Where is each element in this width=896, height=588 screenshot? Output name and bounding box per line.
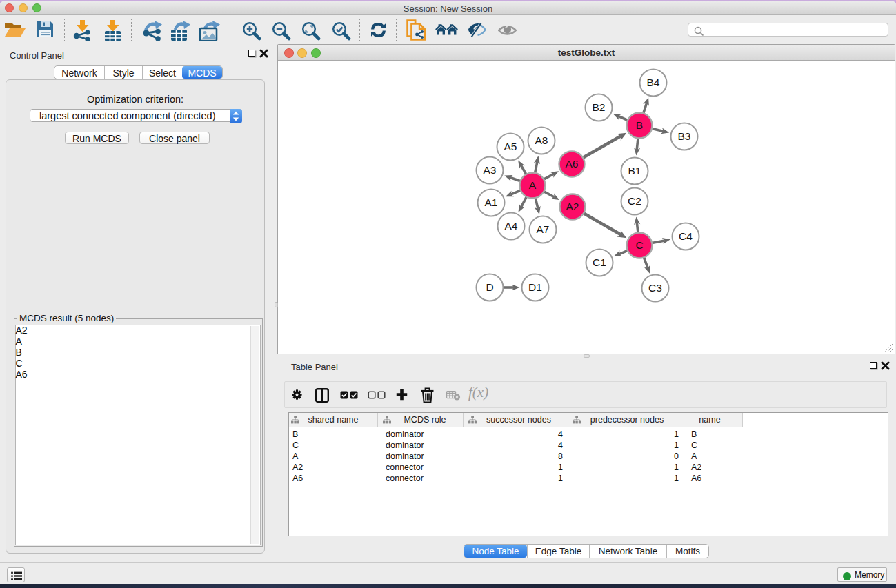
svg-text:B4: B4 <box>647 77 660 88</box>
svg-text:C2: C2 <box>628 195 641 207</box>
svg-text:A: A <box>529 179 537 191</box>
svg-text:A7: A7 <box>537 223 550 235</box>
svg-text:B3: B3 <box>678 130 691 142</box>
svg-text:A6: A6 <box>566 158 579 170</box>
svg-text:A8: A8 <box>535 134 548 146</box>
svg-text:B2: B2 <box>593 101 606 113</box>
svg-text:B1: B1 <box>628 165 641 176</box>
svg-text:C3: C3 <box>648 282 662 294</box>
svg-text:C: C <box>635 239 643 251</box>
svg-text:A1: A1 <box>485 196 498 208</box>
svg-text:C1: C1 <box>593 256 606 268</box>
svg-text:C4: C4 <box>679 230 693 242</box>
svg-text:D: D <box>486 281 493 293</box>
svg-text:A5: A5 <box>504 141 517 152</box>
svg-text:A4: A4 <box>505 220 518 232</box>
svg-text:B: B <box>636 119 643 131</box>
svg-text:A3: A3 <box>484 164 497 176</box>
svg-text:A2: A2 <box>566 201 579 212</box>
svg-text:D1: D1 <box>528 281 542 293</box>
